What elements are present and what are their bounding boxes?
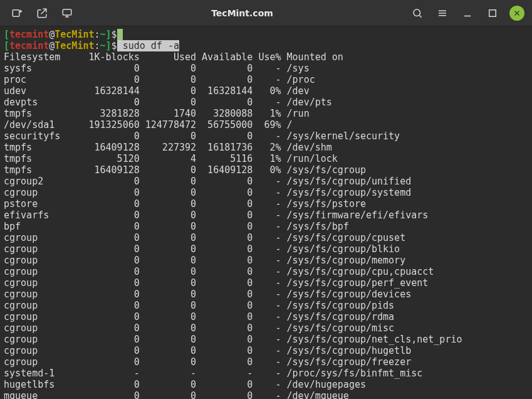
table-row: cgroup 0 0 0 - /sys/fs/cgroup/cpu,cpuacc…	[4, 266, 434, 277]
table-row: cgroup 0 0 0 - /sys/fs/cgroup/pids	[4, 300, 394, 311]
new-tab-icon[interactable]	[9, 5, 25, 21]
table-row: securityfs 0 0 0 - /sys/kernel/security	[4, 130, 400, 142]
table-row: cgroup2 0 0 0 - /sys/fs/cgroup/unified	[4, 176, 411, 187]
table-row: cgroup 0 0 0 - /sys/fs/cgroup/hugetlb	[4, 345, 411, 356]
new-window-icon[interactable]	[34, 5, 50, 21]
table-row: tmpfs 3281828 1740 3280088 1% /run	[4, 108, 310, 119]
table-row: cgroup 0 0 0 - /sys/fs/cgroup/misc	[4, 322, 394, 334]
table-row: cgroup 0 0 0 - /sys/fs/cgroup/freezer	[4, 356, 411, 368]
table-row: mqueue 0 0 0 - /dev/mqueue	[4, 390, 349, 399]
svg-rect-3	[63, 9, 71, 15]
table-row: hugetlbfs 0 0 0 - /dev/hugepages	[4, 379, 366, 390]
titlebar-left	[5, 5, 75, 21]
table-row: bpf 0 0 0 - /sys/fs/bpf	[4, 221, 349, 232]
table-row: cgroup 0 0 0 - /sys/fs/cgroup/devices	[4, 289, 411, 300]
table-row: devpts 0 0 0 - /dev/pts	[4, 97, 332, 108]
svg-rect-0	[13, 9, 19, 16]
svg-line-7	[419, 15, 421, 17]
table-row: tmpfs 5120 4 5116 1% /run/lock	[4, 153, 338, 164]
table-row: systemd-1 - - - - /proc/sys/fs/binfmt_mi…	[4, 368, 422, 379]
titlebar-right	[409, 5, 527, 21]
window-title: TecMint.com	[75, 8, 409, 18]
svg-point-6	[414, 9, 420, 16]
table-row: sysfs 0 0 0 - /sys	[4, 63, 310, 74]
table-row: /dev/sda1 191325060 124778472 56755000 6…	[4, 119, 293, 130]
table-row: cgroup 0 0 0 - /sys/fs/cgroup/cpuset	[4, 232, 405, 243]
table-row: efivarfs 0 0 0 - /sys/firmware/efi/efiva…	[4, 210, 428, 221]
table-row: tmpfs 16409128 0 16409128 0% /sys/fs/cgr…	[4, 164, 366, 176]
minimize-icon[interactable]	[459, 5, 476, 21]
titlebar: TecMint.com	[0, 0, 532, 26]
table-row: cgroup 0 0 0 - /sys/fs/cgroup/net_cls,ne…	[4, 334, 462, 345]
close-icon[interactable]	[509, 6, 524, 21]
table-row: tmpfs 16409128 227392 16181736 2% /dev/s…	[4, 142, 332, 153]
table-row: cgroup 0 0 0 - /sys/fs/cgroup/perf_event	[4, 277, 428, 289]
screen-icon[interactable]	[59, 5, 75, 21]
menu-icon[interactable]	[434, 5, 451, 21]
search-icon[interactable]	[409, 5, 425, 21]
table-row: cgroup 0 0 0 - /sys/fs/cgroup/systemd	[4, 187, 411, 198]
table-row: cgroup 0 0 0 - /sys/fs/cgroup/memory	[4, 255, 405, 266]
table-row: cgroup 0 0 0 - /sys/fs/cgroup/rdma	[4, 311, 394, 322]
svg-rect-12	[489, 9, 496, 16]
terminal-output[interactable]: [tecmint@TecMint:~]$ [tecmint@TecMint:~]…	[0, 26, 532, 399]
table-row: udev 16328144 0 16328144 0% /dev	[4, 85, 310, 97]
table-row: pstore 0 0 0 - /sys/fs/pstore	[4, 198, 366, 210]
table-row: cgroup 0 0 0 - /sys/fs/cgroup/blkio	[4, 243, 400, 255]
maximize-icon[interactable]	[484, 5, 501, 21]
table-row: proc 0 0 0 - /proc	[4, 74, 315, 85]
